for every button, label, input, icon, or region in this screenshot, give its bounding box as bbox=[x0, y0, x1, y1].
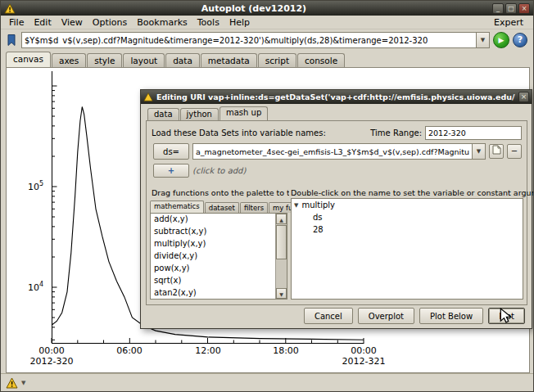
window-title: Autoplot (dev12012) bbox=[19, 3, 489, 14]
dialog-tab[interactable]: data bbox=[147, 108, 179, 120]
function-tab[interactable]: filters bbox=[240, 202, 268, 213]
menu-item[interactable]: Bookmarks bbox=[132, 16, 192, 29]
main-tab[interactable]: axes bbox=[52, 53, 86, 67]
add-dataset-icon[interactable]: + bbox=[153, 164, 189, 178]
dialog-icon bbox=[143, 92, 153, 101]
dialog-tab[interactable]: mash up bbox=[219, 106, 268, 120]
plot-below-button[interactable]: Plot Below bbox=[419, 308, 483, 324]
uri-input[interactable] bbox=[22, 33, 476, 47]
plot-go-button[interactable]: ▶ bbox=[493, 32, 509, 48]
main-titlebar[interactable]: Autoplot (dev12012) _ □ × bbox=[1, 1, 533, 16]
load-row: Load these Data Sets into variable names… bbox=[152, 125, 522, 140]
scroll-down-icon[interactable]: ▼ bbox=[276, 288, 287, 299]
function-list-item[interactable]: divide(x,y) bbox=[151, 250, 275, 263]
dialog-close-icon[interactable]: × bbox=[518, 92, 529, 102]
menu-item[interactable]: Edit bbox=[29, 16, 56, 29]
main-tab-bar: canvasaxesstylelayoutdatametadatascriptc… bbox=[6, 52, 345, 67]
ds-uri-input[interactable] bbox=[193, 144, 472, 159]
function-list-item[interactable]: pow(x,y) bbox=[151, 263, 275, 275]
menu-item[interactable]: View bbox=[57, 16, 88, 29]
warning-icon[interactable] bbox=[6, 377, 18, 389]
menu-item[interactable]: Help bbox=[224, 16, 255, 29]
ds-uri-combobox: ▼ bbox=[192, 143, 486, 160]
dialog-titlebar[interactable]: Editing URI vap+inline:ds=getDataSet('va… bbox=[141, 90, 532, 104]
function-list-item[interactable]: atan2(x,y) bbox=[151, 287, 275, 299]
tree-argument[interactable]: ds bbox=[292, 211, 523, 223]
expression-tree: ▼ multiply ds28 bbox=[291, 198, 523, 300]
function-list: add(x,y)subtract(x,y)multiply(x,y)divide… bbox=[150, 213, 287, 300]
remove-dataset-icon[interactable]: − bbox=[507, 144, 522, 159]
uri-toolbar: ▼ ▶ ? bbox=[1, 29, 533, 51]
double-click-hint: Double-click on the name to set the vari… bbox=[291, 188, 534, 197]
chevron-down-icon[interactable]: ▼ bbox=[472, 144, 485, 159]
dialog-buttons: Cancel Overplot Plot Below Plot bbox=[141, 308, 525, 324]
cancel-button[interactable]: Cancel bbox=[304, 308, 353, 324]
plot-button[interactable]: Plot bbox=[488, 308, 525, 324]
tree-expand-icon[interactable]: ▼ bbox=[294, 202, 298, 209]
load-label: Load these Data Sets into variable names… bbox=[152, 128, 326, 137]
scrollbar-thumb[interactable] bbox=[276, 225, 287, 259]
menu-items: FileEditViewOptionsBookmarksToolsHelp bbox=[4, 16, 255, 29]
main-tab[interactable]: script bbox=[258, 53, 296, 67]
function-list-item[interactable]: multiply(x,y) bbox=[151, 238, 275, 250]
tree-root-label: multiply bbox=[301, 201, 335, 210]
main-tab[interactable]: layout bbox=[123, 53, 165, 67]
editing-uri-dialog: Editing URI vap+inline:ds=getDataSet('va… bbox=[140, 89, 532, 329]
time-range-input[interactable] bbox=[425, 126, 522, 140]
close-icon[interactable]: × bbox=[518, 3, 530, 14]
function-list-item[interactable]: subtract(x,y) bbox=[151, 226, 275, 238]
function-list-item[interactable]: sqrt(x) bbox=[151, 275, 275, 287]
dialog-tab[interactable]: jython bbox=[180, 108, 219, 120]
bookmark-icon[interactable] bbox=[5, 34, 18, 47]
menu-item[interactable]: Options bbox=[88, 16, 132, 29]
time-range-label: Time Range: bbox=[370, 128, 422, 137]
expert-mode-selector[interactable]: Expert bbox=[487, 16, 530, 29]
mashup-panel: Load these Data Sets into variable names… bbox=[146, 120, 527, 305]
add-row: + (click to add) bbox=[153, 164, 522, 178]
autoplot-window: Autoplot (dev12012) _ □ × FileEditViewOp… bbox=[0, 0, 534, 392]
function-list-item[interactable]: add(x,y) bbox=[151, 214, 275, 226]
menu-item[interactable]: Tools bbox=[192, 16, 224, 29]
window-controls: _ □ × bbox=[492, 3, 530, 14]
main-tab[interactable]: metadata bbox=[201, 53, 257, 67]
dialog-title: Editing URI vap+inline:ds=getDataSet('va… bbox=[156, 92, 515, 101]
tree-children: ds28 bbox=[292, 211, 523, 236]
function-items: add(x,y)subtract(x,y)multiply(x,y)divide… bbox=[151, 214, 275, 299]
main-tab[interactable]: data bbox=[165, 53, 200, 67]
ds-variable-button[interactable]: ds= bbox=[153, 143, 189, 160]
ds-row: ds= ▼ − bbox=[153, 143, 522, 160]
chevron-down-icon[interactable]: ▼ bbox=[476, 33, 489, 47]
overplot-button[interactable]: Overplot bbox=[358, 308, 414, 324]
function-tab[interactable]: dataset bbox=[205, 202, 239, 213]
tree-argument[interactable]: 28 bbox=[292, 223, 523, 236]
main-tab[interactable]: style bbox=[87, 53, 122, 67]
inspect-uri-button[interactable]: ? bbox=[513, 33, 527, 47]
status-dropdown-icon[interactable]: ▼ bbox=[21, 380, 25, 386]
uri-combobox: ▼ bbox=[21, 32, 490, 48]
main-tab[interactable]: canvas bbox=[6, 52, 51, 67]
status-bar: ▼ bbox=[1, 373, 533, 391]
autoplot-logo-icon bbox=[4, 3, 16, 14]
menu-bar: FileEditViewOptionsBookmarksToolsHelp Ex… bbox=[1, 16, 533, 29]
click-to-add-hint[interactable]: (click to add) bbox=[192, 166, 246, 175]
minimize-icon[interactable]: _ bbox=[492, 3, 504, 14]
function-list-scrollbar[interactable]: ▲ ▼ bbox=[275, 214, 287, 299]
dialog-tab-bar: datajythonmash up bbox=[147, 107, 268, 120]
file-browse-icon[interactable] bbox=[489, 144, 504, 159]
main-tab[interactable]: console bbox=[297, 53, 345, 67]
tree-root-row[interactable]: ▼ multiply bbox=[292, 199, 523, 211]
drag-functions-hint: Drag functions onto the palette to the r… bbox=[152, 188, 289, 197]
scroll-up-icon[interactable]: ▲ bbox=[276, 214, 287, 224]
menu-item[interactable]: File bbox=[4, 16, 29, 29]
function-tab[interactable]: mathematics bbox=[150, 201, 204, 213]
maximize-icon[interactable]: □ bbox=[505, 3, 517, 14]
